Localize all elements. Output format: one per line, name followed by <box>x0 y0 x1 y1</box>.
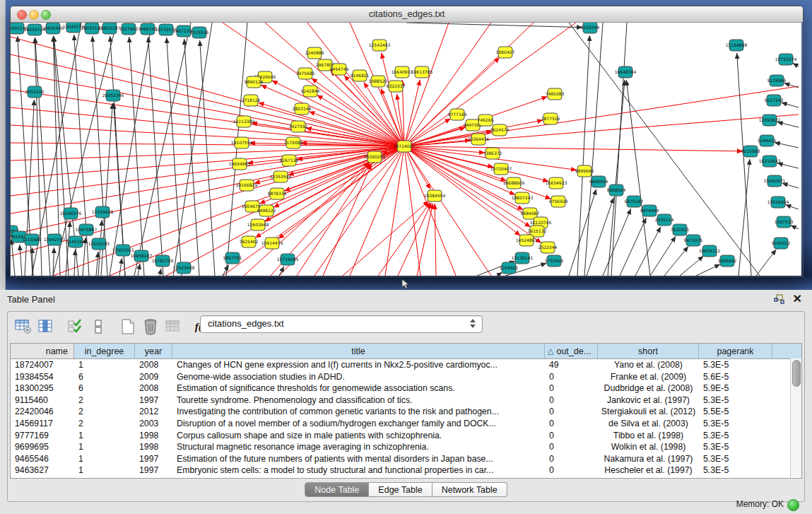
network-node[interactable]: 9227343 <box>765 95 784 106</box>
column-header-name[interactable]: name <box>11 344 74 358</box>
network-node[interactable]: 9899695 <box>575 165 594 177</box>
network-node[interactable]: 18807243 <box>512 192 534 204</box>
network-node[interactable]: 12543493 <box>369 40 391 51</box>
network-node[interactable]: 3975685 <box>296 68 315 79</box>
column-header-in-degree[interactable]: in_degree <box>74 344 135 358</box>
window-titlebar[interactable]: citations_edges.txt <box>11 6 803 23</box>
network-node[interactable]: 10654112 <box>699 245 721 257</box>
network-node[interactable]: 746266 <box>478 115 494 126</box>
table-row[interactable]: 1456911722003Disruption of a novel membe… <box>11 418 801 430</box>
network-node[interactable]: 18107554 <box>231 137 253 148</box>
column-header-year[interactable]: year <box>135 344 172 358</box>
network-node[interactable]: 8471676 <box>684 235 703 246</box>
network-node[interactable]: 9498222 <box>257 205 276 216</box>
network-node[interactable]: 16654923 <box>546 177 567 189</box>
network-node[interactable]: 15136141 <box>512 252 534 264</box>
network-node[interactable]: 9756928 <box>549 196 568 207</box>
network-node[interactable]: 9640954 <box>589 176 608 187</box>
table-row[interactable]: 1938455462009Genome-wide association stu… <box>11 371 801 383</box>
new-column-icon[interactable] <box>118 317 138 337</box>
left-panel-divider[interactable] <box>0 0 6 290</box>
network-node[interactable]: 8322037 <box>387 81 406 92</box>
network-node[interactable]: 2240884 <box>305 47 324 59</box>
table-row[interactable]: 946362711997Embryonic stem cells: a mode… <box>11 465 801 477</box>
network-node[interactable]: 3624574 <box>490 124 510 136</box>
tab-edge-table[interactable]: Edge Table <box>369 482 432 497</box>
network-node[interactable]: 9474444 <box>640 205 659 216</box>
network-node[interactable]: 10853287 <box>99 23 121 34</box>
table-row[interactable]: 1872400712008Changes of HCN gene express… <box>11 359 801 371</box>
network-node[interactable]: 2803144 <box>293 103 312 115</box>
table-row[interactable]: 969969511998Structural magnetic resonanc… <box>11 441 801 453</box>
network-node[interactable]: 1527602 <box>119 23 139 35</box>
zoom-window-button[interactable] <box>41 10 51 20</box>
network-node[interactable]: 9466160 <box>139 23 158 35</box>
select-column-icon[interactable] <box>36 317 56 337</box>
table-settings-icon[interactable] <box>13 317 33 337</box>
network-canvas[interactable]: 2039114614055724206914061204371928037193… <box>11 23 801 276</box>
table-row[interactable]: 911546021997Tourette syndrome. Phenomeno… <box>11 395 801 407</box>
network-node[interactable]: 19384554 <box>424 190 446 201</box>
network-node[interactable]: 8878334 <box>268 188 287 199</box>
network-node[interactable]: 7386372 <box>483 148 502 159</box>
network-node[interactable]: 1095642 <box>718 255 737 267</box>
tab-network-table[interactable]: Network Table <box>433 482 507 497</box>
network-node[interactable]: 7485083 <box>546 88 565 100</box>
network-node[interactable]: 1877516 <box>541 113 560 124</box>
minimize-window-button[interactable] <box>29 10 39 20</box>
memory-status-indicator[interactable] <box>787 499 799 511</box>
network-node[interactable]: 8958924 <box>607 185 626 196</box>
network-node[interactable]: 7625402 <box>240 236 259 247</box>
table-selector-dropdown[interactable]: citations_edges.txt <box>200 315 483 333</box>
network-node[interactable]: 1167533 <box>775 216 794 228</box>
column-header-title[interactable]: title <box>172 344 545 358</box>
network-node[interactable]: 10975887 <box>76 224 98 235</box>
network-node[interactable]: 15720407 <box>490 163 512 175</box>
scrollbar-thumb[interactable] <box>792 360 801 387</box>
network-node[interactable]: 9242844 <box>301 86 320 97</box>
network-node[interactable]: 3170084 <box>284 137 303 148</box>
network-node[interactable]: 8215958 <box>741 146 760 157</box>
float-panel-icon[interactable] <box>774 294 785 304</box>
tab-node-table[interactable]: Node Table <box>305 482 369 497</box>
network-node[interactable]: 9267130 <box>280 155 299 166</box>
network-node[interactable]: 13942757 <box>44 234 66 245</box>
delete-column-icon[interactable] <box>141 317 160 337</box>
network-node[interactable]: 17016504 <box>767 197 789 208</box>
table-row[interactable]: 977716911998Corpus callosum shape and si… <box>11 430 801 442</box>
network-node[interactable]: 12353594 <box>270 171 292 182</box>
table-row[interactable]: 2242004622012Investigating the contribut… <box>11 406 801 418</box>
table-row[interactable]: 1830029562008Estimation of significance … <box>11 382 801 395</box>
column-header-short[interactable]: short <box>598 344 699 358</box>
column-header-out-degree[interactable]: △out_de... <box>545 344 598 358</box>
network-node[interactable]: 15692971 <box>764 175 786 187</box>
network-node[interactable]: 11154898 <box>726 40 748 51</box>
network-node[interactable]: 1254501 <box>500 262 519 274</box>
table-scrollbar[interactable] <box>790 358 801 477</box>
table-row[interactable]: 946554611997Estimation of the future num… <box>11 453 801 465</box>
column-header-pagerank[interactable]: pagerank <box>699 344 772 358</box>
close-window-button[interactable] <box>17 10 27 20</box>
network-node[interactable]: 12505185 <box>88 238 110 250</box>
network-node[interactable]: 1588520 <box>369 76 388 87</box>
network-node[interactable]: 7515526 <box>190 27 209 38</box>
network-node[interactable]: 2053100 <box>25 86 45 98</box>
network-node[interactable]: 10914479 <box>261 238 283 249</box>
network-node[interactable]: 9245012 <box>772 238 791 249</box>
network-node[interactable]: 2935114 <box>655 214 674 226</box>
network-node[interactable]: 19166829 <box>236 180 258 191</box>
network-node[interactable]: 8133044 <box>581 23 600 33</box>
network-node[interactable]: 16958107 <box>131 250 153 262</box>
network-node[interactable]: 20206576 <box>60 208 82 219</box>
network-node[interactable]: 1244415 <box>758 135 777 146</box>
import-table-icon[interactable] <box>163 317 183 337</box>
network-node[interactable]: 8454749 <box>330 64 349 75</box>
network-node[interactable]: 9857791 <box>223 252 242 264</box>
network-node[interactable]: 20053346 <box>102 90 124 101</box>
network-node[interactable]: 1145194 <box>66 236 86 247</box>
network-view-window[interactable]: citations_edges.txt 20391146140557242069… <box>10 6 804 277</box>
network-node[interactable]: 2718126 <box>242 95 261 106</box>
network-node[interactable]: 1060427 <box>496 47 515 58</box>
network-node[interactable]: 7632621 <box>671 224 690 235</box>
network-node[interactable]: 9890124 <box>245 76 264 88</box>
